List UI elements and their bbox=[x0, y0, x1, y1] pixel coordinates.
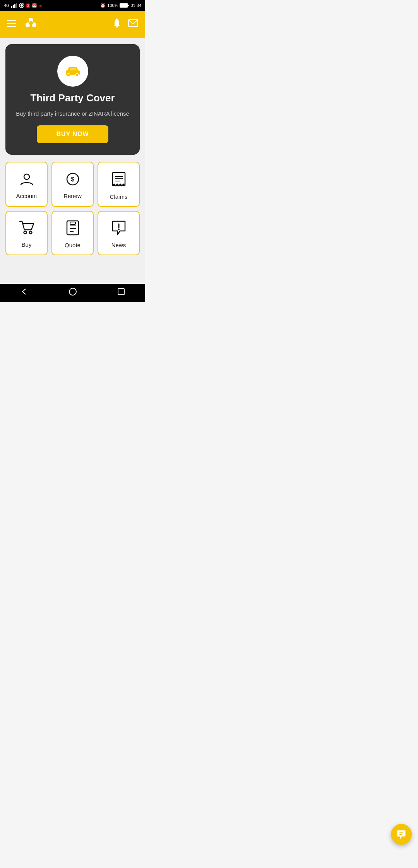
signal-icon bbox=[11, 3, 17, 8]
svg-point-5 bbox=[21, 5, 22, 7]
svg-rect-10 bbox=[7, 26, 16, 27]
recents-icon bbox=[117, 287, 125, 296]
mail-icon bbox=[128, 19, 138, 27]
svg-point-19 bbox=[75, 73, 79, 77]
home-icon bbox=[69, 287, 77, 296]
cart-svg bbox=[19, 220, 34, 235]
claims-label: Claims bbox=[110, 193, 128, 200]
svg-point-21 bbox=[24, 174, 29, 179]
logo-svg bbox=[24, 16, 38, 30]
svg-point-36 bbox=[118, 229, 120, 230]
mail-button[interactable] bbox=[128, 19, 138, 29]
network-icon: 4G bbox=[4, 3, 10, 8]
renew-icon: $ bbox=[65, 172, 80, 189]
status-right: ⏰ 100% 01:34 bbox=[100, 3, 141, 8]
menu-button[interactable] bbox=[7, 19, 16, 29]
claims-svg bbox=[112, 171, 126, 187]
svg-rect-1 bbox=[13, 5, 14, 8]
svg-point-18 bbox=[67, 73, 70, 77]
svg-rect-40 bbox=[118, 289, 124, 295]
wifi-icon bbox=[19, 3, 24, 8]
svg-point-28 bbox=[24, 231, 26, 234]
alarm-icon: ⏰ bbox=[100, 3, 106, 8]
svg-point-29 bbox=[29, 231, 32, 234]
svg-rect-3 bbox=[16, 3, 17, 8]
car-circle bbox=[57, 56, 88, 87]
calendar-icon: 📅 bbox=[32, 3, 37, 8]
buy-now-button[interactable]: BUY NOW bbox=[37, 125, 108, 143]
header-right bbox=[113, 18, 138, 31]
banner-card: Third Party Cover Buy third party insura… bbox=[5, 44, 140, 155]
battery-icon bbox=[120, 3, 129, 8]
header-left bbox=[7, 16, 38, 33]
news-icon bbox=[111, 220, 126, 238]
quote-icon bbox=[66, 220, 79, 238]
grid-item-buy[interactable]: Buy bbox=[5, 211, 48, 255]
svg-rect-0 bbox=[11, 6, 12, 8]
battery-text: 100% bbox=[107, 3, 118, 8]
grid-item-news[interactable]: News bbox=[98, 211, 140, 255]
home-button[interactable] bbox=[69, 287, 77, 298]
logo-icon bbox=[24, 16, 38, 33]
svg-rect-34 bbox=[70, 222, 75, 224]
grid-menu: Account $ Renew bbox=[5, 162, 140, 255]
renew-svg: $ bbox=[65, 172, 80, 186]
banner-subtitle: Buy third party insurance or ZINARA lice… bbox=[16, 109, 129, 118]
news-label: News bbox=[111, 242, 126, 248]
back-button[interactable] bbox=[20, 287, 29, 298]
bottom-navigation bbox=[0, 284, 145, 302]
renew-label: Renew bbox=[63, 193, 82, 199]
app-icon: ❀ bbox=[39, 3, 42, 8]
status-left: 4G 3 📅 ❀ bbox=[4, 3, 42, 8]
svg-rect-15 bbox=[116, 26, 118, 27]
quote-svg bbox=[66, 220, 79, 236]
grid-item-renew[interactable]: $ Renew bbox=[51, 162, 94, 207]
svg-rect-8 bbox=[7, 20, 16, 21]
svg-point-14 bbox=[29, 21, 33, 25]
svg-text:$: $ bbox=[71, 176, 74, 183]
recents-button[interactable] bbox=[117, 287, 125, 298]
news-svg bbox=[111, 220, 126, 236]
account-icon bbox=[19, 172, 34, 189]
grid-item-quote[interactable]: Quote bbox=[51, 211, 94, 255]
quote-label: Quote bbox=[65, 242, 81, 248]
car-icon bbox=[63, 62, 82, 80]
hamburger-icon bbox=[7, 20, 16, 27]
bell-icon bbox=[113, 18, 121, 28]
claims-icon bbox=[112, 171, 126, 190]
grid-item-claims[interactable]: Claims bbox=[98, 162, 140, 207]
grid-item-account[interactable]: Account bbox=[5, 162, 48, 207]
svg-rect-2 bbox=[14, 4, 15, 8]
app-header bbox=[0, 11, 145, 38]
buy-icon bbox=[19, 220, 34, 238]
svg-rect-30 bbox=[67, 221, 79, 235]
status-bar: 4G 3 📅 ❀ ⏰ 100% 01:34 bbox=[0, 0, 145, 11]
svg-rect-20 bbox=[70, 68, 76, 70]
svg-point-39 bbox=[69, 288, 76, 295]
notification-button[interactable] bbox=[113, 18, 121, 31]
svg-rect-7 bbox=[128, 5, 129, 6]
svg-rect-6 bbox=[120, 3, 128, 7]
account-svg bbox=[19, 172, 34, 186]
back-icon bbox=[20, 287, 29, 296]
account-label: Account bbox=[16, 193, 37, 199]
main-content: Third Party Cover Buy third party insura… bbox=[0, 38, 145, 284]
sim-badge: 3 bbox=[26, 3, 31, 8]
svg-rect-9 bbox=[7, 23, 16, 24]
banner-title: Third Party Cover bbox=[30, 92, 115, 104]
buy-label: Buy bbox=[22, 241, 32, 248]
time-display: 01:34 bbox=[130, 3, 141, 8]
